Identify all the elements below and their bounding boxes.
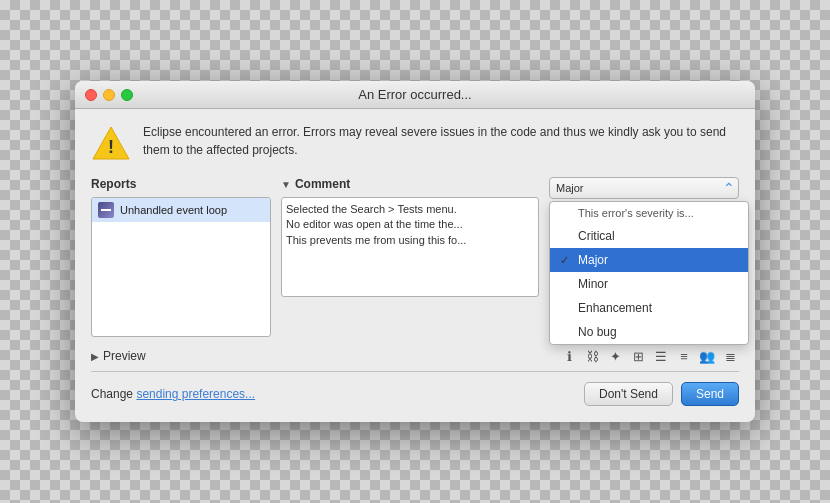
maximize-button[interactable] [121,89,133,101]
users-icon[interactable]: 👥 [698,347,716,365]
dropdown-menu: This error's severity is... Critical ✓ M… [549,201,749,345]
button-group: Don't Send Send [584,382,739,406]
change-text: Change [91,387,136,401]
dropdown-label-minor: Minor [578,277,608,291]
dropdown-label-enhancement: Enhancement [578,301,652,315]
error-dialog: An Error occurred... ! Eclipse encounter… [75,81,755,422]
preview-row: ▶ Preview ℹ ⛓ ✦ ⊞ ☰ ≡ 👥 ≣ [91,347,739,365]
report-icon-bar [101,209,111,211]
info-icon[interactable]: ℹ [560,347,578,365]
link-icon[interactable]: ⛓ [583,347,601,365]
list-item[interactable]: Unhandled event loop [92,198,270,222]
dropdown-label-nobug: No bug [578,325,617,339]
severity-select[interactable]: This error's severity is... Critical Maj… [549,177,739,199]
comment-label: Comment [295,177,350,191]
dropdown-item-minor[interactable]: Minor [550,272,748,296]
warning-text: Eclipse encountered an error. Errors may… [143,123,739,159]
check-major-icon: ✓ [560,254,572,267]
minimize-button[interactable] [103,89,115,101]
close-button[interactable] [85,89,97,101]
dropdown-item-major[interactable]: ✓ Major [550,248,748,272]
comment-header[interactable]: ▼ Comment [281,177,539,191]
window-content: ! Eclipse encountered an error. Errors m… [75,109,755,422]
title-bar: An Error occurred... [75,81,755,109]
report-item-label: Unhandled event loop [120,204,227,216]
dropdown-label-critical: Critical [578,229,615,243]
dropdown-label-major: Major [578,253,608,267]
window-title: An Error occurred... [75,87,755,102]
dropdown-item-nobug[interactable]: No bug [550,320,748,344]
report-item-icon [98,202,114,218]
send-button[interactable]: Send [681,382,739,406]
warning-section: ! Eclipse encountered an error. Errors m… [91,123,739,163]
grid-icon[interactable]: ⊞ [629,347,647,365]
dont-send-button[interactable]: Don't Send [584,382,673,406]
change-prefs: Change sending preferences... [91,387,255,401]
svg-text:!: ! [108,137,114,157]
preview-arrow-icon: ▶ [91,351,99,362]
list-icon[interactable]: ≡ [675,347,693,365]
sending-preferences-link[interactable]: sending preferences... [136,387,255,401]
reports-list: Unhandled event loop [91,197,271,337]
dropdown-item-critical[interactable]: Critical [550,224,748,248]
menu-icon[interactable]: ≣ [721,347,739,365]
dropdown-label-header: This error's severity is... [578,207,694,219]
reports-panel: Reports Unhandled event loop [91,177,271,337]
preview-label-text: Preview [103,349,146,363]
severity-select-wrapper: This error's severity is... Critical Maj… [549,177,739,199]
dropdown-item-header[interactable]: This error's severity is... [550,202,748,224]
comment-arrow-icon: ▼ [281,179,291,190]
traffic-lights [85,89,133,101]
reports-label: Reports [91,177,271,191]
main-area: Reports Unhandled event loop ▼ Comment [91,177,739,337]
comment-panel: ▼ Comment Selected the Search > Tests me… [271,177,539,337]
toolbar-icons: ℹ ⛓ ✦ ⊞ ☰ ≡ 👥 ≣ [560,347,739,365]
preview-toggle[interactable]: ▶ Preview [91,349,146,363]
comment-textarea[interactable]: Selected the Search > Tests menu. No edi… [281,197,539,297]
add-icon[interactable]: ✦ [606,347,624,365]
severity-panel: This error's severity is... Critical Maj… [539,177,739,337]
warning-icon: ! [91,123,131,163]
dropdown-item-enhancement[interactable]: Enhancement [550,296,748,320]
bottom-bar: Change sending preferences... Don't Send… [91,371,739,406]
columns-icon[interactable]: ☰ [652,347,670,365]
